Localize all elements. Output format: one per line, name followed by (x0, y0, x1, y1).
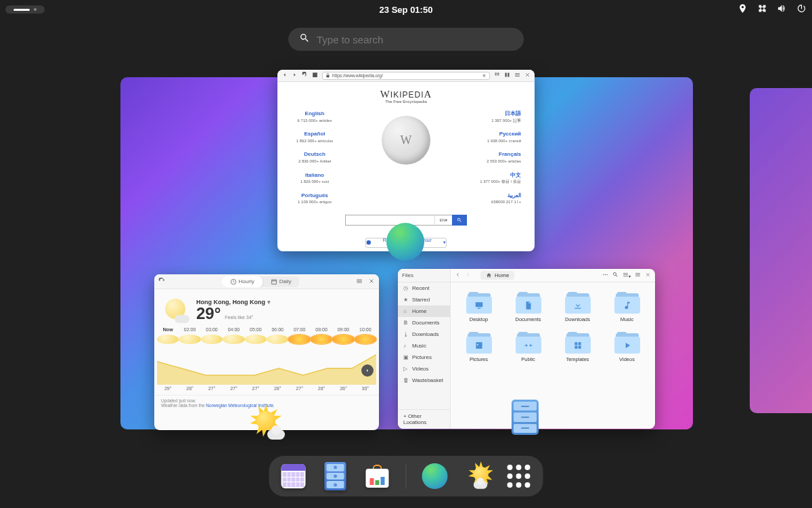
svg-point-2 (603, 274, 604, 276)
sidebar-item-wastebasket[interactable]: 🗑Wastebasket (398, 375, 450, 386)
path-bar[interactable]: Home (480, 271, 514, 280)
close-icon[interactable] (645, 272, 651, 279)
menu-icon[interactable] (356, 278, 363, 286)
search-icon[interactable] (612, 272, 618, 279)
url-bar[interactable]: https://www.wikipedia.org/ (322, 72, 490, 80)
top-bar: 23 Sep 01:50 (0, 0, 812, 19)
language-link[interactable]: English6 715 000+ articles (291, 110, 338, 123)
close-icon[interactable] (524, 72, 531, 79)
volume-icon[interactable] (777, 3, 787, 16)
hour-label: 02:00 (179, 327, 200, 332)
sidebar-item-recent[interactable]: ◷Recent (398, 282, 450, 294)
weather-app-badge (247, 404, 285, 442)
hour-temp: 27° (245, 386, 267, 391)
language-link[interactable]: Español1 892 000+ artículos (291, 131, 338, 144)
network-icon[interactable] (757, 3, 767, 16)
sidebar-item-documents[interactable]: 🗎Documents (398, 317, 450, 329)
sidebar-item-music[interactable]: ♪Music (398, 340, 450, 352)
hour-icon (201, 335, 223, 344)
location-icon[interactable] (738, 3, 748, 16)
view-list-icon[interactable]: ▾ (623, 272, 631, 279)
dock-software[interactable] (364, 463, 391, 490)
menu-icon[interactable] (602, 272, 608, 279)
search-icon (299, 33, 310, 46)
close-icon[interactable] (368, 278, 375, 286)
language-link[interactable]: 日本語1 387 000+ 記事 (474, 110, 521, 123)
sidebar-item-home[interactable]: ⌂Home (398, 305, 450, 317)
language-link[interactable]: العربية658ا 1 217 000+ (474, 192, 521, 205)
hour-temp: 30° (355, 386, 376, 391)
scroll-next-button[interactable] (361, 364, 374, 377)
wikipedia-logo-text: WIKIPEDIA (291, 89, 521, 100)
sidebar-item-downloads[interactable]: ⭳Downloads (398, 329, 450, 340)
hour-label: 03:00 (201, 327, 223, 332)
reader-icon[interactable] (504, 72, 510, 79)
language-link[interactable]: 中文1 377 000+ 條目 / 条目 (474, 172, 521, 185)
language-link[interactable]: Deutsch2 836 000+ Artikel (291, 151, 338, 164)
refresh-icon[interactable] (158, 278, 165, 286)
wikipedia-lang-select[interactable]: EN ▾ (434, 215, 452, 226)
dock-contacts[interactable] (322, 463, 349, 490)
hour-temp: 27° (201, 386, 223, 391)
other-locations[interactable]: + Other Locations (398, 409, 450, 429)
folder-public[interactable]: Public (505, 332, 551, 362)
url-text: https://www.wikipedia.org/ (332, 73, 383, 78)
svg-rect-1 (271, 280, 276, 284)
language-link[interactable]: Português1 109 000+ artigos (291, 192, 338, 205)
hamburger-icon[interactable] (635, 272, 641, 279)
wikipedia-search-button[interactable] (452, 215, 467, 226)
wikipedia-globe: W (382, 116, 430, 165)
apps-icon[interactable] (494, 72, 500, 79)
menu-icon[interactable] (514, 72, 520, 79)
folder-templates[interactable]: Templates (555, 332, 600, 362)
sidebar-item-pictures[interactable]: ▣Pictures (398, 352, 450, 363)
sidebar-item-starred[interactable]: ★Starred (398, 294, 450, 305)
nav-forward-icon[interactable] (465, 272, 471, 279)
sidebar-item-videos[interactable]: ▷Videos (398, 363, 450, 375)
tab-hourly[interactable]: Hourly (222, 276, 263, 287)
dock-separator (406, 464, 407, 488)
search-input[interactable] (317, 34, 513, 45)
language-link[interactable]: Русский1 938 000+ статей (474, 131, 521, 144)
folder-pictures[interactable]: Pictures (456, 332, 501, 362)
dock-calendar[interactable] (280, 463, 307, 490)
nav-back-icon[interactable] (455, 272, 461, 279)
language-link[interactable]: Italiano1 826 000+ voci (291, 172, 338, 185)
hour-label: 05:00 (245, 327, 267, 332)
hour-icon (245, 335, 267, 344)
power-icon[interactable] (796, 3, 807, 16)
nav-back-icon[interactable] (281, 72, 288, 79)
overview-search[interactable] (288, 28, 524, 51)
dock (269, 456, 543, 496)
folder-music[interactable]: Music (604, 292, 650, 322)
wikipedia-subtitle: The Free Encyclopedia (291, 100, 521, 104)
svg-point-3 (605, 274, 606, 276)
hour-label: 10:00 (355, 327, 376, 332)
wikipedia-search-input[interactable] (345, 215, 434, 226)
view-segmented[interactable]: Hourly Daily (222, 276, 300, 287)
activities-pill[interactable] (5, 5, 45, 14)
hour-temp: 27° (223, 386, 244, 391)
new-tab-icon[interactable] (312, 72, 318, 79)
dock-apps-grid[interactable] (505, 463, 533, 490)
dock-weather[interactable] (464, 463, 491, 490)
language-link[interactable]: Français2 553 000+ articles (474, 151, 521, 164)
files-title: Files (398, 269, 450, 282)
folder-desktop[interactable]: Desktop (456, 292, 501, 322)
hour-icon (267, 335, 288, 344)
clock[interactable]: 23 Sep 01:50 (380, 5, 433, 15)
dock-web[interactable] (422, 463, 449, 490)
folder-downloads[interactable]: Downloads (555, 292, 600, 322)
hour-icon (179, 335, 200, 344)
workspace-2[interactable] (750, 88, 812, 413)
hour-temp: 28° (311, 386, 332, 391)
reload-icon[interactable] (302, 72, 308, 79)
folder-videos[interactable]: Videos (604, 332, 650, 362)
tab-daily[interactable]: Daily (263, 276, 300, 287)
nav-forward-icon[interactable] (292, 72, 298, 79)
folder-documents[interactable]: Documents (505, 292, 551, 322)
hour-temp: 29° (157, 386, 179, 391)
hour-icon (223, 335, 244, 344)
star-icon[interactable] (482, 73, 487, 79)
hour-icon (288, 335, 310, 344)
